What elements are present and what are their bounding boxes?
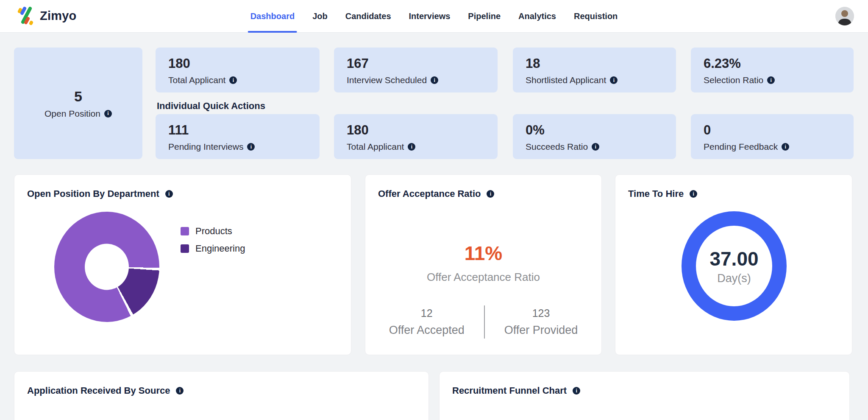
stat-label: Succeeds Ratio [526,142,588,152]
stat-value: 0% [526,123,676,138]
info-icon[interactable]: i [592,143,599,151]
legend-item-engineering[interactable]: Engineering [181,243,245,254]
stat-label: Total Applicant [168,75,225,85]
stat-value: 167 [347,56,498,71]
stat-value: 6.23% [704,56,854,71]
tab-dashboard[interactable]: Dashboard [250,0,295,33]
offer-acceptance-percentage: 11% [365,242,601,265]
offer-accepted-stat: 12 Offer Accepted [389,307,465,337]
stat-card-total-applicant-2[interactable]: 180 Total Applicanti [334,114,498,159]
stat-card-interview-scheduled[interactable]: 167 Interview Scheduledi [334,48,498,92]
application-received-by-source-panel: Application Received By Source i [14,371,429,420]
info-icon[interactable]: i [610,76,618,84]
recruitment-funnel-chart-panel: Recruitment Funnel Chart i [439,371,850,420]
panel-title: Time To Hire [628,188,684,199]
panel-title: Offer Acceptance Ratio [378,188,481,199]
avatar-image [835,7,854,25]
info-icon[interactable]: i [165,190,173,198]
brand-name: Zimyo [40,9,76,23]
stat-label: Pending Interviews [168,142,243,152]
stat-label: Shortlisted Applicant [526,75,606,85]
dashboard-page: Zimyo Dashboard Job Candidates Interview… [0,0,868,420]
stat-value: 18 [526,56,676,71]
stat-value: 180 [347,123,498,138]
tab-job[interactable]: Job [312,0,328,33]
info-icon[interactable]: i [487,190,494,198]
offer-provided-stat: 123 Offer Provided [504,307,578,337]
stat-value: 5 [74,88,82,105]
offer-provided-value: 123 [504,307,578,319]
offer-accepted-label: Offer Accepted [389,324,465,337]
panel-title: Application Received By Source [27,385,170,396]
zimyo-logo-icon [17,6,35,25]
stat-label: Pending Feedback [704,142,778,152]
info-icon[interactable]: i [247,143,255,151]
info-icon[interactable]: i [408,143,415,151]
time-to-hire-value: 37.00 [709,247,758,270]
info-icon[interactable]: i [690,190,697,198]
tab-analytics[interactable]: Analytics [518,0,556,33]
offer-provided-label: Offer Provided [504,324,578,337]
vertical-divider [484,305,485,339]
stat-card-open-position[interactable]: 5 Open Position i [14,48,142,159]
stat-label: Interview Scheduled [347,75,427,85]
stat-card-shortlisted-applicant[interactable]: 18 Shortlisted Applicanti [513,48,676,92]
stat-label: Selection Ratio [704,75,763,85]
stat-label: Total Applicant [347,142,404,152]
offer-acceptance-ratio-panel: Offer Acceptance Ratio i 11% Offer Accep… [365,174,602,355]
info-icon[interactable]: i [431,76,438,84]
legend-label: Products [195,226,232,237]
info-icon[interactable]: i [176,387,184,395]
time-to-hire-unit: Day(s) [717,272,751,285]
stat-value: 0 [704,123,854,138]
time-to-hire-panel: Time To Hire i 37.00 Day(s) [615,174,852,355]
info-icon[interactable]: i [782,143,789,151]
brand[interactable]: Zimyo [17,6,76,25]
stat-card-pending-interviews[interactable]: 111 Pending Interviewsi [156,114,320,159]
info-icon[interactable]: i [767,76,775,84]
info-icon[interactable]: i [573,387,580,395]
stat-card-selection-ratio[interactable]: 6.23% Selection Ratioi [691,48,854,92]
department-donut-chart[interactable] [54,212,159,322]
tab-requistion[interactable]: Requistion [574,0,618,33]
nav-tabs: Dashboard Job Candidates Interviews Pipe… [250,0,618,33]
tab-candidates[interactable]: Candidates [345,0,391,33]
tab-interviews[interactable]: Interviews [409,0,451,33]
stat-value: 180 [168,56,320,71]
donut-legend: Products Engineering [181,226,245,254]
time-to-hire-gauge[interactable]: 37.00 Day(s) [682,211,787,321]
top-navbar: Zimyo Dashboard Job Candidates Interview… [0,0,868,33]
stat-label: Open Position [45,109,100,119]
legend-label: Engineering [195,243,245,254]
quick-actions-heading: Individual Quick Actions [157,101,265,112]
panel-title: Open Position By Department [27,188,159,199]
offer-acceptance-sublabel: Offer Acceptance Ratio [365,271,601,284]
stat-card-pending-feedback[interactable]: 0 Pending Feedbacki [691,114,854,159]
legend-swatch-engineering [181,244,189,253]
user-avatar[interactable] [835,7,854,25]
stat-card-succeeds-ratio[interactable]: 0% Succeeds Ratioi [513,114,676,159]
stat-value: 111 [168,123,320,138]
info-icon[interactable]: i [104,110,112,118]
legend-swatch-products [181,227,189,235]
panel-title: Recruitment Funnel Chart [452,385,567,396]
offer-accepted-value: 12 [389,307,465,319]
info-icon[interactable]: i [229,76,237,84]
open-position-by-department-panel: Open Position By Department i Products E… [14,174,351,355]
tab-pipeline[interactable]: Pipeline [468,0,501,33]
legend-item-products[interactable]: Products [181,226,245,237]
stat-card-total-applicant[interactable]: 180 Total Applicanti [156,48,320,92]
